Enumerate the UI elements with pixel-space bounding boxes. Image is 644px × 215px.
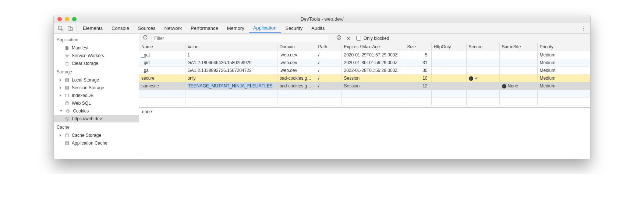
- minimize-window-button[interactable]: [65, 17, 69, 21]
- sidebar-item-clear-storage[interactable]: Clear storage: [54, 59, 139, 67]
- table-cell[interactable]: 1: [185, 51, 277, 59]
- table-row[interactable]: samesiteTEENAGE_MUTANT_NINJA_FLEURTLESba…: [139, 82, 590, 90]
- column-header[interactable]: Value: [185, 43, 277, 51]
- table-cell[interactable]: 30: [405, 66, 431, 74]
- maximize-window-button[interactable]: [72, 17, 77, 21]
- table-cell[interactable]: Medium: [537, 82, 590, 90]
- tab-network[interactable]: Network: [160, 23, 187, 33]
- table-cell[interactable]: [499, 66, 537, 74]
- column-header[interactable]: Expires / Max-Age: [342, 43, 405, 51]
- table-cell[interactable]: Medium: [537, 59, 590, 66]
- table-cell[interactable]: 2020-01-30T01:56:29.000Z: [342, 59, 405, 66]
- table-cell[interactable]: 5: [405, 51, 431, 59]
- table-cell[interactable]: Medium: [537, 51, 590, 59]
- table-cell[interactable]: _gat: [139, 51, 185, 59]
- tab-elements[interactable]: Elements: [78, 23, 107, 33]
- close-window-button[interactable]: [57, 17, 62, 21]
- table-cell[interactable]: [499, 74, 537, 82]
- table-cell[interactable]: [431, 82, 466, 90]
- column-header[interactable]: Size: [405, 43, 431, 51]
- table-cell[interactable]: iNone: [499, 82, 537, 90]
- table-cell[interactable]: /: [316, 82, 342, 90]
- table-cell[interactable]: secure: [139, 74, 185, 82]
- table-cell[interactable]: GA1.2.1338892726.1567204722: [185, 66, 277, 74]
- only-blocked-input[interactable]: [356, 36, 361, 41]
- device-toolbar-icon[interactable]: [66, 23, 75, 33]
- table-cell[interactable]: [431, 74, 466, 82]
- table-cell[interactable]: /: [316, 74, 342, 82]
- column-header[interactable]: Domain: [277, 43, 316, 51]
- disclosure-triangle-icon[interactable]: [60, 94, 61, 97]
- table-cell[interactable]: Medium: [537, 74, 590, 82]
- disclosure-triangle-icon[interactable]: [60, 134, 61, 137]
- table-row[interactable]: secureonlybad-cookies.g…/Session10i✓Medi…: [139, 74, 590, 82]
- sidebar-item-web-sql[interactable]: Web SQL: [54, 99, 139, 107]
- column-header[interactable]: HttpOnly: [431, 43, 466, 51]
- column-header[interactable]: Name: [139, 43, 185, 51]
- table-cell[interactable]: _gid: [139, 59, 185, 66]
- table-cell[interactable]: [431, 59, 466, 66]
- tab-security[interactable]: Security: [281, 23, 307, 33]
- table-cell[interactable]: i✓: [466, 74, 499, 82]
- table-cell[interactable]: [499, 59, 537, 66]
- table-cell[interactable]: [466, 66, 499, 74]
- table-cell[interactable]: 10: [405, 74, 431, 82]
- refresh-icon[interactable]: [142, 35, 149, 41]
- table-cell[interactable]: only: [185, 74, 277, 82]
- table-cell[interactable]: .web.dev: [277, 59, 316, 66]
- table-cell[interactable]: [431, 51, 466, 59]
- table-cell[interactable]: .web.dev: [277, 66, 316, 74]
- tab-performance[interactable]: Performance: [186, 23, 222, 33]
- table-cell[interactable]: Session: [342, 74, 405, 82]
- inspect-element-icon[interactable]: [56, 23, 66, 33]
- sidebar-item-cookies[interactable]: Cookies: [54, 107, 139, 115]
- tab-audits[interactable]: Audits: [307, 23, 329, 33]
- disclosure-triangle-icon[interactable]: [60, 110, 63, 112]
- table-cell[interactable]: samesite: [139, 82, 185, 90]
- table-cell[interactable]: [499, 51, 537, 59]
- table-cell[interactable]: bad-cookies.g…: [277, 74, 316, 82]
- sidebar-item-application-cache[interactable]: Application Cache: [54, 139, 139, 147]
- table-cell[interactable]: 2022-01-28T01:56:29.000Z: [342, 66, 405, 74]
- cookies-grid[interactable]: NameValueDomainPathExpires / Max-AgeSize…: [139, 43, 590, 107]
- table-cell[interactable]: .web.dev: [277, 51, 316, 59]
- column-header[interactable]: Priority: [537, 43, 590, 51]
- table-row[interactable]: _gat1.web.dev/2020-01-29T01:57:29.000Z5M…: [139, 51, 590, 59]
- table-cell[interactable]: Medium: [537, 66, 590, 74]
- filter-input[interactable]: [152, 35, 328, 42]
- sidebar-item-cookie-origin[interactable]: https://web.dev: [54, 115, 139, 122]
- table-cell[interactable]: _ga: [139, 66, 185, 74]
- table-cell[interactable]: /: [316, 59, 342, 66]
- table-row[interactable]: _gidGA1.2.1804046426.1580259929.web.dev/…: [139, 59, 590, 66]
- table-cell[interactable]: Session: [342, 82, 405, 90]
- table-cell[interactable]: TEENAGE_MUTANT_NINJA_FLEURTLES: [185, 82, 277, 90]
- sidebar-item-local-storage[interactable]: Local Storage: [54, 76, 139, 84]
- sidebar-item-indexeddb[interactable]: IndexedDB: [54, 91, 139, 99]
- column-header[interactable]: Secure: [466, 43, 499, 51]
- table-cell[interactable]: [466, 82, 499, 90]
- disclosure-triangle-icon[interactable]: [60, 79, 61, 82]
- tab-memory[interactable]: Memory: [223, 23, 249, 33]
- sidebar-item-session-storage[interactable]: Session Storage: [54, 84, 139, 91]
- more-options-icon[interactable]: ⋮: [578, 23, 588, 33]
- tab-application[interactable]: Application: [249, 23, 281, 33]
- disclosure-triangle-icon[interactable]: [60, 86, 61, 89]
- table-cell[interactable]: 12: [405, 82, 431, 90]
- only-blocked-checkbox[interactable]: Only blocked: [355, 35, 389, 42]
- table-cell[interactable]: [466, 59, 499, 66]
- table-cell[interactable]: bad-cookies.g…: [277, 82, 316, 90]
- table-cell[interactable]: [466, 51, 499, 59]
- table-cell[interactable]: /: [316, 66, 342, 74]
- delete-selected-icon[interactable]: ✕: [345, 35, 352, 41]
- tab-sources[interactable]: Sources: [134, 23, 160, 33]
- sidebar-item-manifest[interactable]: Manifest: [54, 44, 139, 52]
- table-cell[interactable]: 2020-01-29T01:57:29.000Z: [342, 51, 405, 59]
- table-cell[interactable]: GA1.2.1804046426.1580259929: [185, 59, 277, 66]
- sidebar-item-service-workers[interactable]: Service Workers: [54, 52, 139, 59]
- table-cell[interactable]: /: [316, 51, 342, 59]
- column-header[interactable]: Path: [316, 43, 342, 51]
- tab-console[interactable]: Console: [107, 23, 134, 33]
- table-row[interactable]: _gaGA1.2.1338892726.1567204722.web.dev/2…: [139, 66, 590, 74]
- table-cell[interactable]: [431, 66, 466, 74]
- sidebar-item-cache-storage[interactable]: Cache Storage: [54, 131, 139, 139]
